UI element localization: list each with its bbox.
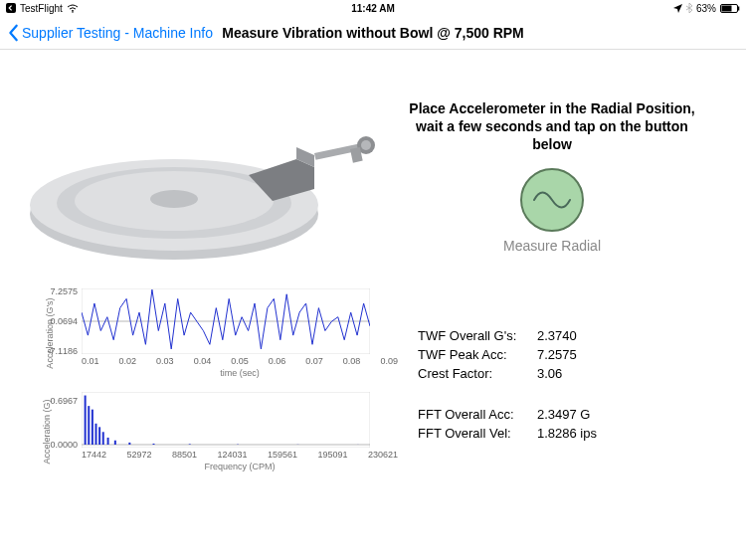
- svg-point-0: [72, 11, 74, 13]
- svg-rect-2: [722, 5, 732, 11]
- twf-peak-acc-label: TWF Peak Acc:: [418, 347, 537, 362]
- status-battery-percent: 63%: [696, 3, 716, 14]
- measure-button-label: Measure Radial: [398, 238, 706, 254]
- twf-xlabel: time (sec): [82, 368, 398, 378]
- machine-render: [20, 99, 378, 269]
- sine-wave-icon: [532, 185, 572, 215]
- twf-overall-g-label: TWF Overall G's:: [418, 328, 537, 343]
- location-icon: [673, 4, 682, 13]
- status-carrier: TestFlight: [20, 3, 63, 14]
- fft-overall-acc-value: 2.3497 G: [537, 407, 591, 422]
- twf-overall-g-value: 2.3740: [537, 328, 577, 343]
- crest-factor-label: Crest Factor:: [418, 366, 537, 381]
- fft-overall-vel-value: 1.8286 ips: [537, 426, 597, 441]
- page-title: Measure Vibration without Bowl @ 7,500 R…: [222, 25, 524, 41]
- nav-back-label: Supplier Testing - Machine Info: [22, 25, 213, 41]
- instruction-text: Place Accelerometer in the Radial Positi…: [398, 99, 706, 154]
- twf-chart: Acceleration (G's) 7.2575 0.0694 -7.1186…: [20, 288, 398, 378]
- fft-overall-acc-label: FFT Overall Acc:: [418, 407, 537, 422]
- bluetooth-icon: [686, 3, 692, 13]
- svg-point-8: [150, 190, 198, 208]
- crest-factor-value: 3.06: [537, 366, 562, 381]
- svg-rect-15: [82, 392, 370, 448]
- fft-chart: Acceleration (G) 0.6967 0.0000 17442 529…: [20, 392, 398, 471]
- status-bar: TestFlight 11:42 AM 63%: [0, 0, 746, 16]
- svg-point-11: [361, 140, 371, 150]
- nav-back-button[interactable]: Supplier Testing - Machine Info: [8, 24, 213, 42]
- fft-xlabel: Frequency (CPM): [82, 462, 398, 471]
- wifi-icon: [67, 4, 79, 13]
- back-app-icon[interactable]: [6, 3, 16, 13]
- nav-bar: Supplier Testing - Machine Info Measure …: [0, 16, 746, 50]
- measure-radial-button[interactable]: [520, 168, 584, 232]
- battery-icon: [720, 4, 740, 13]
- twf-peak-acc-value: 7.2575: [537, 347, 577, 362]
- fft-overall-vel-label: FFT Overall Vel:: [418, 426, 537, 441]
- svg-rect-3: [738, 6, 739, 10]
- status-time: 11:42 AM: [351, 3, 395, 14]
- readings-panel: TWF Overall G's:2.3740 TWF Peak Acc:7.25…: [398, 288, 726, 485]
